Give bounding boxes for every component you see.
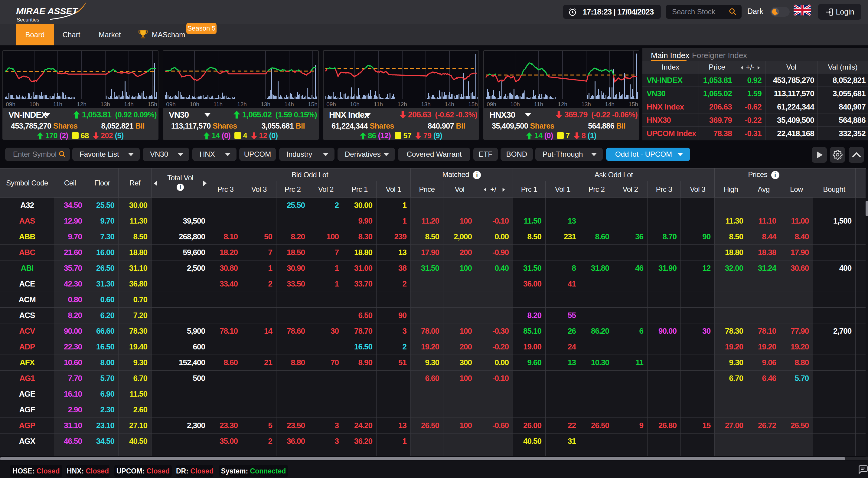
svg-text:09h: 09h [166,101,176,108]
svg-text:15h: 15h [628,101,638,108]
svg-text:14h: 14h [284,101,294,108]
svg-text:11h: 11h [374,101,383,108]
svg-text:14h: 14h [605,101,615,108]
svg-text:10h: 10h [190,101,199,108]
svg-text:11h: 11h [53,101,62,108]
svg-text:09h: 09h [487,101,496,108]
svg-text:12h: 12h [237,101,247,108]
svg-text:14h: 14h [124,101,134,108]
svg-text:12h: 12h [397,101,407,108]
svg-text:10h: 10h [350,101,360,108]
svg-text:13h: 13h [261,101,270,108]
svg-text:09h: 09h [326,101,336,108]
svg-text:11h: 11h [534,101,543,108]
svg-text:13h: 13h [100,101,110,108]
svg-text:09h: 09h [6,101,16,108]
svg-text:11h: 11h [214,101,223,108]
svg-text:12h: 12h [77,101,87,108]
svg-text:14h: 14h [444,101,454,108]
svg-text:13h: 13h [581,101,591,108]
svg-text:15h: 15h [148,101,157,108]
svg-text:15h: 15h [308,101,317,108]
svg-text:15h: 15h [468,101,478,108]
svg-text:10h: 10h [510,101,520,108]
svg-text:12h: 12h [558,101,567,108]
svg-text:10h: 10h [29,101,39,108]
svg-text:13h: 13h [421,101,431,108]
